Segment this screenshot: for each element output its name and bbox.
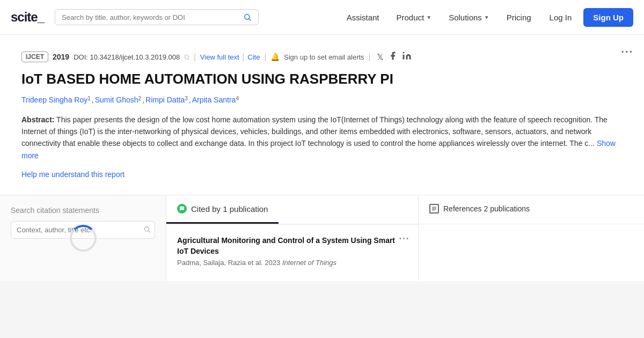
lower-section: Search citation statements — [0, 195, 644, 281]
paper-meta: IJCET 2019 DOI: 10.34218/ijcet.10.3.2019… — [21, 51, 623, 63]
twitter-icon[interactable]: 𝕏 — [377, 52, 384, 62]
tab-references-label: References 2 publications — [443, 204, 530, 213]
search-bar — [55, 9, 259, 25]
view-full-text-link[interactable]: View full text — [200, 53, 239, 61]
ref-item-title[interactable]: Agricultural Monitoring and Control of a… — [177, 236, 407, 256]
journal-badge: IJCET — [21, 52, 48, 62]
citation-search-icon — [143, 225, 151, 234]
references-panel: References 2 publications — [419, 195, 644, 281]
header: scite_ Assistant Product ▼ Solutions ▼ P… — [0, 0, 644, 35]
solutions-chevron-icon: ▼ — [484, 14, 489, 20]
copy-icon[interactable]: ⧉ — [184, 53, 189, 62]
nav-product[interactable]: Product ▼ — [390, 9, 438, 26]
nav-pricing[interactable]: Pricing — [500, 9, 538, 26]
ref-item-authors: Padma, Sailaja, Razia et al. — [177, 259, 263, 267]
cited-by-icon — [177, 204, 187, 214]
signup-button[interactable]: Sign Up — [583, 8, 633, 27]
help-understand-link[interactable]: Help me understand this report — [21, 170, 125, 179]
search-icon[interactable] — [243, 13, 252, 21]
citation-search-label: Search citation statements — [11, 206, 155, 215]
svg-rect-2 — [403, 55, 405, 60]
tab-references[interactable]: References 2 publications — [419, 195, 540, 224]
cited-by-panel: Cited by 1 publication ··· Agricultural … — [166, 195, 419, 281]
references-tabs: References 2 publications — [419, 195, 644, 224]
nav-solutions[interactable]: Solutions ▼ — [442, 9, 496, 26]
social-icons: 𝕏 — [377, 51, 412, 63]
svg-rect-7 — [432, 208, 436, 209]
references-icon — [429, 204, 439, 214]
svg-line-1 — [249, 19, 251, 20]
paper-more-button[interactable]: ··· — [621, 46, 633, 58]
abstract-label: Abstract: — [21, 115, 54, 124]
svg-point-3 — [403, 52, 405, 54]
paper-doi: DOI: 10.34218/ijcet.10.3.2019.008 — [74, 53, 180, 61]
nav-assistant[interactable]: Assistant — [340, 9, 386, 26]
logo[interactable]: scite_ — [11, 10, 44, 25]
ref-item-meta: Padma, Sailaja, Razia et al. 2023 Intern… — [177, 259, 407, 267]
linkedin-icon[interactable] — [402, 51, 412, 63]
paper-year: 2019 — [53, 53, 69, 61]
svg-line-5 — [149, 231, 150, 232]
product-chevron-icon: ▼ — [426, 14, 431, 20]
authors-list: Trideep Singha Roy1, Sumit Ghosh2, Rimpi… — [21, 95, 623, 104]
facebook-icon[interactable] — [388, 51, 398, 63]
main-nav: Assistant Product ▼ Solutions ▼ Pricing … — [340, 8, 633, 27]
tab-cited-by-label: Cited by 1 publication — [191, 204, 268, 214]
svg-point-4 — [144, 226, 149, 231]
author-1[interactable]: Trideep Singha Roy — [21, 95, 87, 104]
svg-rect-9 — [432, 210, 435, 211]
cite-link[interactable]: Cite — [247, 53, 260, 61]
login-button[interactable]: Log In — [542, 9, 580, 26]
tab-cited-by[interactable]: Cited by 1 publication — [166, 195, 279, 224]
abstract: Abstract: This paper presents the design… — [21, 114, 623, 162]
author-4[interactable]: Arpita Santra — [192, 95, 236, 104]
bell-icon: 🔔 — [270, 53, 280, 61]
search-input[interactable] — [62, 13, 239, 21]
svg-rect-8 — [432, 209, 436, 210]
reference-item: ··· Agricultural Monitoring and Control … — [166, 224, 418, 277]
ref-item-year: 2023 — [265, 259, 280, 267]
paper-card: ··· IJCET 2019 DOI: 10.34218/ijcet.10.3.… — [0, 35, 644, 195]
citation-tabs: Cited by 1 publication — [166, 195, 418, 224]
main-content: ··· IJCET 2019 DOI: 10.34218/ijcet.10.3.… — [0, 35, 644, 338]
loading-spinner — [70, 225, 97, 252]
author-3[interactable]: Rimpi Datta — [145, 95, 185, 104]
author-2[interactable]: Sumit Ghosh — [95, 95, 138, 104]
alert-text: Sign up to set email alerts — [284, 53, 364, 61]
svg-rect-6 — [432, 207, 436, 208]
left-panel: Search citation statements — [0, 195, 166, 281]
paper-title: IoT BASED HOME AUTOMATION USING RASPBERR… — [21, 70, 623, 88]
ref-item-journal: Internet of Things — [282, 259, 336, 267]
ref-more-button[interactable]: ··· — [399, 233, 409, 245]
abstract-text: This paper presents the design of the lo… — [21, 115, 608, 148]
